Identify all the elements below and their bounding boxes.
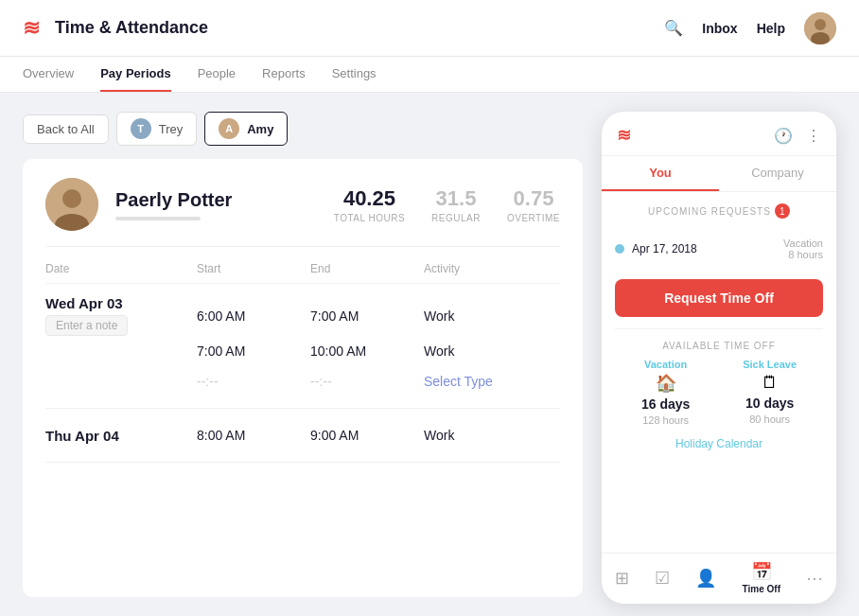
date-thu: Thu Apr 04 [45, 428, 197, 444]
table-row-group-thu: Thu Apr 04 8:00 AM 9:00 AM Work [45, 409, 560, 463]
bottom-nav-tasks[interactable]: ☑ [655, 568, 670, 589]
nav-item-people[interactable]: People [198, 66, 236, 92]
sick-hours: 80 hours [749, 414, 790, 425]
vacation-icon: 🏠 [656, 373, 676, 394]
employee-card: Paerly Potter 40.25 TOTAL HOURS 31.5 REG… [23, 159, 583, 597]
employee-progress-bar [115, 217, 201, 220]
avail-vacation: Vacation 🏠 16 days 128 hours [641, 359, 690, 426]
nav-item-settings[interactable]: Settings [332, 66, 377, 92]
vacation-label: Vacation [644, 359, 687, 370]
nav-bar: Overview Pay Periods People Reports Sett… [0, 57, 859, 93]
person-tab-amy[interactable]: A Amy [204, 112, 288, 146]
end-2: 10:00 AM [310, 343, 424, 359]
nav-item-reports[interactable]: Reports [262, 66, 306, 92]
activity-2: Work [424, 343, 560, 359]
trey-label: Trey [159, 122, 184, 136]
activity-1: Work [424, 308, 560, 324]
request-dot-date: Apr 17, 2018 [615, 242, 697, 255]
trey-avatar: T [131, 118, 151, 139]
mobile-tab-company[interactable]: Company [719, 156, 836, 191]
bottom-nav-home[interactable]: ⊞ [615, 568, 629, 589]
col-date: Date [45, 262, 197, 275]
date-wed: Wed Apr 03 Enter a note [45, 295, 197, 336]
col-activity: Activity [424, 262, 560, 275]
start-thu: 8:00 AM [197, 428, 310, 443]
request-type-hours: Vacation 8 hours [783, 238, 823, 260]
request-type: Vacation [783, 238, 823, 249]
end-1: 7:00 AM [310, 308, 424, 324]
table-row: 7:00 AM 10:00 AM Work [45, 336, 560, 366]
mobile-tabs: You Company [602, 156, 836, 192]
svg-point-4 [62, 189, 81, 208]
home-icon: ⊞ [615, 568, 629, 589]
request-hours: 8 hours [783, 249, 823, 260]
mobile-body: UPCOMING REQUESTS 1 Apr 17, 2018 Vacatio… [602, 192, 836, 553]
avail-sick-leave: Sick Leave 🗒 10 days 80 hours [743, 359, 797, 426]
request-list-item: Apr 17, 2018 Vacation 8 hours [615, 230, 823, 268]
request-dot [615, 244, 624, 254]
table-row: Thu Apr 04 8:00 AM 9:00 AM Work [45, 420, 560, 450]
sick-leave-label: Sick Leave [743, 359, 797, 370]
vacation-days: 16 days [641, 396, 690, 412]
table-row-group-wed: Wed Apr 03 Enter a note 6:00 AM 7:00 AM … [45, 284, 560, 409]
bottom-nav-more[interactable]: ⋯ [806, 568, 823, 589]
svg-point-1 [815, 19, 826, 30]
stat-regular-label: REGULAR [431, 213, 481, 223]
bottom-nav-timeoff[interactable]: 📅 Time Off [743, 561, 780, 594]
stat-overtime-label: OVERTIME [507, 213, 560, 223]
activity-3-select[interactable]: Select Type [424, 374, 560, 389]
inbox-link[interactable]: Inbox [702, 21, 737, 36]
employee-avatar [45, 178, 98, 231]
more-icon: ⋯ [806, 568, 823, 589]
nav-item-pay-periods[interactable]: Pay Periods [100, 66, 170, 92]
back-to-all-button[interactable]: Back to All [23, 114, 109, 144]
mobile-tab-you[interactable]: You [602, 156, 719, 191]
app-header: ≋ Time & Attendance 🔍 Inbox Help [0, 0, 859, 57]
col-start: Start [197, 262, 310, 275]
person-tab-trey[interactable]: T Trey [116, 112, 198, 146]
time-table: Date Start End Activity Wed Apr 03 Enter… [45, 262, 560, 578]
mobile-more-icon[interactable]: ⋮ [806, 127, 821, 145]
col-end: End [310, 262, 424, 275]
left-panel: Back to All T Trey A Amy [23, 112, 583, 597]
app-title: Time & Attendance [55, 18, 208, 38]
header-actions: 🔍 Inbox Help [664, 12, 836, 44]
start-1: 6:00 AM [197, 308, 310, 324]
stat-total-label: TOTAL HOURS [334, 213, 405, 223]
end-thu: 9:00 AM [310, 428, 424, 443]
person-tabs: Back to All T Trey A Amy [23, 112, 583, 146]
table-row: --:-- --:-- Select Type [45, 366, 560, 396]
mobile-history-icon[interactable]: 🕐 [774, 127, 793, 145]
stat-total-hours: 40.25 TOTAL HOURS [334, 186, 405, 223]
right-panel: ≋ 🕐 ⋮ You Company UPCOMING REQUESTS 1 [602, 112, 836, 597]
table-header: Date Start End Activity [45, 262, 560, 284]
vacation-hours: 128 hours [642, 414, 689, 426]
enter-note-button[interactable]: Enter a note [45, 315, 128, 336]
employee-name: Paerly Potter [115, 189, 232, 211]
mobile-header: ≋ 🕐 ⋮ [602, 112, 836, 156]
mobile-bottom-nav: ⊞ ☑ 👤 📅 Time Off ⋯ [602, 553, 836, 604]
request-time-off-button[interactable]: Request Time Off [615, 279, 823, 317]
available-label: AVAILABLE TIME OFF [615, 341, 823, 351]
timeoff-nav-label: Time Off [743, 584, 780, 594]
search-icon[interactable]: 🔍 [664, 19, 683, 37]
sick-days: 10 days [745, 396, 794, 411]
upcoming-requests-label: UPCOMING REQUESTS [648, 206, 771, 217]
mobile-header-icons: 🕐 ⋮ [774, 127, 821, 145]
help-link[interactable]: Help [757, 21, 785, 36]
request-date: Apr 17, 2018 [632, 242, 697, 255]
upcoming-requests-badge: 1 [775, 203, 790, 219]
holiday-calendar-link[interactable]: Holiday Calendar [615, 437, 823, 450]
available-items: Vacation 🏠 16 days 128 hours Sick Leave … [615, 359, 823, 426]
divider [615, 328, 823, 329]
user-avatar[interactable] [804, 12, 836, 44]
stat-overtime: 0.75 OVERTIME [507, 186, 560, 223]
nav-item-overview[interactable]: Overview [23, 66, 74, 92]
main-content: Back to All T Trey A Amy [0, 93, 859, 616]
bottom-nav-profile[interactable]: 👤 [695, 568, 716, 589]
amy-avatar: A [219, 118, 239, 139]
available-time-off-section: AVAILABLE TIME OFF Vacation 🏠 16 days 12… [615, 341, 823, 426]
stat-total-value: 40.25 [334, 186, 405, 211]
employee-header: Paerly Potter 40.25 TOTAL HOURS 31.5 REG… [45, 178, 560, 247]
employee-stats: 40.25 TOTAL HOURS 31.5 REGULAR 0.75 OVER… [334, 186, 560, 223]
